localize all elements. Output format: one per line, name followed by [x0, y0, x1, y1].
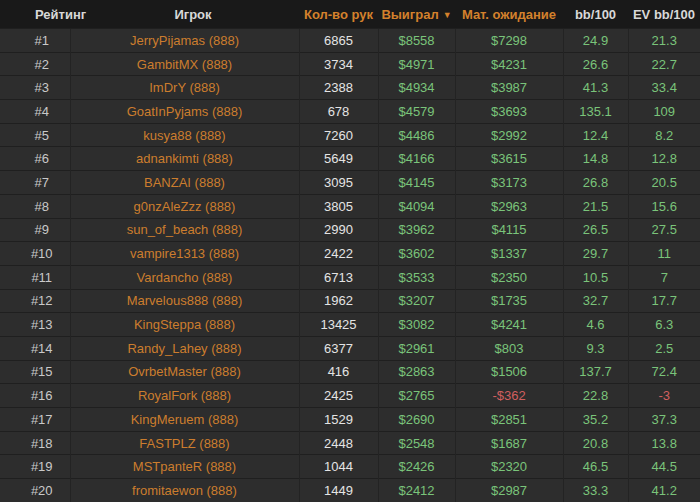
ev-cell: $7298 [455, 29, 563, 53]
won-cell: $2765 [378, 384, 455, 408]
column-header-won[interactable]: Выиграл▼ [378, 0, 455, 29]
ev-cell: $3693 [455, 100, 563, 124]
bb100-cell: 29.7 [563, 242, 628, 266]
column-header-evbb100[interactable]: EV bb/100 [628, 0, 700, 29]
table-row: #6 adnankimti (888) 5649 $4166 $3615 14.… [0, 147, 700, 171]
player-name-cell[interactable]: OvrbetMaster (888) [70, 360, 299, 384]
ev-cell: -$362 [455, 384, 563, 408]
column-header-bb100[interactable]: bb/100 [563, 0, 628, 29]
ev-cell: $803 [455, 336, 563, 360]
hands-cell: 7260 [299, 123, 378, 147]
player-name-cell[interactable]: MSTpanteR (888) [70, 455, 299, 479]
table-row: #18 FASTPLZ (888) 2448 $2548 $1687 20.8 … [0, 431, 700, 455]
leaderboard-table: Рейтинг Игрок Кол-во рук Выиграл▼ Мат. о… [0, 0, 700, 502]
player-name-cell[interactable]: KingSteppa (888) [70, 313, 299, 337]
bb100-cell: 26.8 [563, 171, 628, 195]
table-row: #19 MSTpanteR (888) 1044 $2426 $2320 46.… [0, 455, 700, 479]
bb100-cell: 24.9 [563, 29, 628, 53]
evbb100-cell: 37.3 [628, 408, 700, 432]
table-row: #4 GoatInPyjams (888) 678 $4579 $3693 13… [0, 100, 700, 124]
player-name-cell[interactable]: BANZAI (888) [70, 171, 299, 195]
ev-cell: $3987 [455, 76, 563, 100]
table-row: #3 ImDrY (888) 2388 $4934 $3987 41.3 33.… [0, 76, 700, 100]
player-name-cell[interactable]: kusya88 (888) [70, 123, 299, 147]
ev-cell: $1735 [455, 289, 563, 313]
sort-desc-icon: ▼ [443, 10, 452, 20]
won-cell: $3207 [378, 289, 455, 313]
bb100-cell: 135.1 [563, 100, 628, 124]
column-header-hands[interactable]: Кол-во рук [299, 0, 378, 29]
bb100-cell: 41.3 [563, 76, 628, 100]
rank-cell: #20 [0, 479, 70, 502]
player-name-cell[interactable]: JerryPijamas (888) [70, 29, 299, 53]
bb100-cell: 22.8 [563, 384, 628, 408]
won-cell: $3602 [378, 242, 455, 266]
ev-cell: $4115 [455, 218, 563, 242]
player-name-cell[interactable]: Marvelous888 (888) [70, 289, 299, 313]
rank-cell: #9 [0, 218, 70, 242]
evbb100-cell: 27.5 [628, 218, 700, 242]
table-row: #8 g0nzAleZzz (888) 3805 $4094 $2963 21.… [0, 194, 700, 218]
won-cell: $4579 [378, 100, 455, 124]
evbb100-cell: 12.8 [628, 147, 700, 171]
evbb100-cell: 41.2 [628, 479, 700, 502]
player-name-cell[interactable]: vampire1313 (888) [70, 242, 299, 266]
rank-cell: #14 [0, 336, 70, 360]
bb100-cell: 12.4 [563, 123, 628, 147]
rank-cell: #13 [0, 313, 70, 337]
rank-cell: #8 [0, 194, 70, 218]
table-row: #14 Randy_Lahey (888) 6377 $2961 $803 9.… [0, 336, 700, 360]
player-name-cell[interactable]: g0nzAleZzz (888) [70, 194, 299, 218]
hands-cell: 6377 [299, 336, 378, 360]
evbb100-cell: 72.4 [628, 360, 700, 384]
ev-cell: $2350 [455, 265, 563, 289]
table-row: #17 KingMeruem (888) 1529 $2690 $2851 35… [0, 408, 700, 432]
evbb100-cell: 20.5 [628, 171, 700, 195]
player-name-cell[interactable]: FASTPLZ (888) [70, 431, 299, 455]
hands-cell: 678 [299, 100, 378, 124]
column-header-rank[interactable]: Рейтинг [0, 0, 70, 29]
hands-cell: 13425 [299, 313, 378, 337]
player-name-cell[interactable]: Randy_Lahey (888) [70, 336, 299, 360]
won-cell: $2548 [378, 431, 455, 455]
bb100-cell: 14.8 [563, 147, 628, 171]
rank-cell: #5 [0, 123, 70, 147]
player-name-cell[interactable]: adnankimti (888) [70, 147, 299, 171]
player-name-cell[interactable]: Vardancho (888) [70, 265, 299, 289]
bb100-cell: 26.5 [563, 218, 628, 242]
hands-cell: 1529 [299, 408, 378, 432]
player-name-cell[interactable]: GambitMX (888) [70, 52, 299, 76]
ev-cell: $1506 [455, 360, 563, 384]
bb100-cell: 32.7 [563, 289, 628, 313]
rank-cell: #2 [0, 52, 70, 76]
hands-cell: 3734 [299, 52, 378, 76]
rank-cell: #1 [0, 29, 70, 53]
column-header-ev[interactable]: Мат. ожидание [455, 0, 563, 29]
table-row: #15 OvrbetMaster (888) 416 $2863 $1506 1… [0, 360, 700, 384]
rank-cell: #12 [0, 289, 70, 313]
evbb100-cell: 6.3 [628, 313, 700, 337]
evbb100-cell: 13.8 [628, 431, 700, 455]
bb100-cell: 137.7 [563, 360, 628, 384]
table-row: #5 kusya88 (888) 7260 $4486 $2992 12.4 8… [0, 123, 700, 147]
table-row: #10 vampire1313 (888) 2422 $3602 $1337 2… [0, 242, 700, 266]
bb100-cell: 21.5 [563, 194, 628, 218]
ev-cell: $2992 [455, 123, 563, 147]
leaderboard-header: Рейтинг Игрок Кол-во рук Выиграл▼ Мат. о… [0, 0, 700, 29]
player-name-cell[interactable]: RoyalFork (888) [70, 384, 299, 408]
hands-cell: 3805 [299, 194, 378, 218]
bb100-cell: 10.5 [563, 265, 628, 289]
player-name-cell[interactable]: GoatInPyjams (888) [70, 100, 299, 124]
ev-cell: $1687 [455, 431, 563, 455]
column-header-player[interactable]: Игрок [70, 0, 299, 29]
ev-cell: $4241 [455, 313, 563, 337]
rank-cell: #6 [0, 147, 70, 171]
player-name-cell[interactable]: KingMeruem (888) [70, 408, 299, 432]
rank-cell: #18 [0, 431, 70, 455]
hands-cell: 2388 [299, 76, 378, 100]
evbb100-cell: 22.7 [628, 52, 700, 76]
player-name-cell[interactable]: sun_of_beach (888) [70, 218, 299, 242]
player-name-cell[interactable]: ImDrY (888) [70, 76, 299, 100]
player-name-cell[interactable]: fromitaewon (888) [70, 479, 299, 502]
won-cell: $4166 [378, 147, 455, 171]
